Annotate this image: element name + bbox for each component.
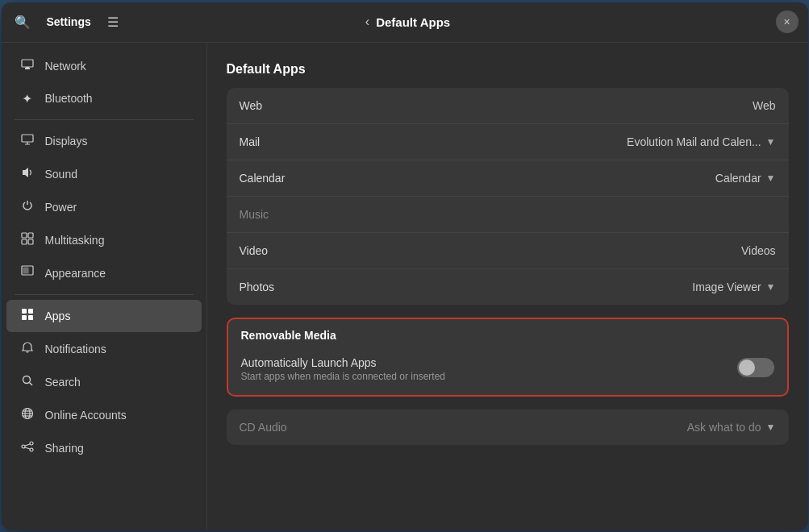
table-row: Web Web (227, 88, 789, 124)
table-row[interactable]: Mail Evolution Mail and Calen... ▼ (227, 124, 789, 160)
content-area: Network ✦ Bluetooth Displays Sound (2, 43, 808, 530)
sidebar-item-sound[interactable]: Sound (6, 158, 202, 190)
sidebar-divider-1 (15, 119, 194, 120)
photos-dropdown-arrow: ▼ (766, 281, 776, 293)
svg-rect-13 (28, 309, 33, 314)
mail-value: Evolution Mail and Calen... ▼ (627, 135, 775, 148)
sidebar-label-sound: Sound (45, 168, 77, 181)
svg-rect-12 (22, 309, 27, 314)
video-label: Video (240, 244, 741, 257)
displays-icon (19, 133, 35, 149)
main-content: Default Apps Web Web Mail Evolution Mail… (207, 43, 808, 530)
sidebar-item-displays[interactable]: Displays (6, 125, 202, 157)
video-value: Videos (741, 244, 776, 257)
sidebar-label-multitasking: Multitasking (45, 234, 105, 247)
svg-point-24 (30, 442, 33, 445)
titlebar-center: ‹ Default Apps (221, 11, 589, 32)
svg-point-23 (22, 445, 25, 448)
svg-rect-15 (28, 315, 33, 320)
svg-point-25 (30, 448, 33, 451)
sidebar-item-bluetooth[interactable]: ✦ Bluetooth (6, 83, 202, 114)
cd-audio-label: CD Audio (240, 421, 687, 434)
sidebar-item-search[interactable]: Search (6, 366, 202, 398)
svg-rect-2 (26, 67, 29, 69)
mail-dropdown-arrow: ▼ (766, 136, 776, 148)
sound-icon (19, 166, 35, 182)
hamburger-button[interactable]: ☰ (104, 11, 122, 33)
power-icon (19, 199, 35, 215)
toggle-row: Automatically Launch Apps Start apps whe… (228, 348, 787, 395)
auto-launch-toggle[interactable] (737, 358, 774, 377)
sidebar-label-network: Network (45, 60, 86, 73)
calendar-label: Calendar (240, 172, 715, 185)
svg-rect-7 (28, 233, 33, 238)
sharing-icon (19, 440, 35, 456)
svg-rect-0 (22, 60, 33, 67)
cd-audio-value: Ask what to do ▼ (687, 421, 776, 434)
search-sidebar-icon (19, 374, 35, 390)
removable-media-card: Removable Media Automatically Launch App… (227, 318, 789, 397)
cd-audio-row[interactable]: CD Audio Ask what to do ▼ (227, 409, 789, 445)
svg-rect-8 (22, 239, 27, 244)
svg-rect-11 (23, 268, 28, 273)
web-label: Web (240, 99, 753, 112)
back-button[interactable]: ‹ (359, 11, 376, 32)
table-row[interactable]: Calendar Calendar ▼ (227, 160, 789, 197)
settings-label: Settings (47, 15, 91, 28)
sidebar-label-search: Search (45, 376, 81, 389)
apps-icon (19, 308, 35, 324)
sidebar-item-power[interactable]: Power (6, 191, 202, 223)
removable-media-title: Removable Media (228, 319, 787, 348)
titlebar-right: × (589, 10, 799, 33)
auto-launch-label: Automatically Launch Apps (241, 356, 728, 369)
titlebar-left: 🔍 Settings ☰ (11, 11, 221, 33)
sidebar-item-multitasking[interactable]: Multitasking (6, 224, 202, 256)
section-title: Default Apps (227, 62, 789, 77)
sidebar-item-sharing[interactable]: Sharing (6, 432, 202, 464)
svg-line-27 (25, 447, 30, 449)
close-button[interactable]: × (776, 10, 799, 33)
svg-point-16 (23, 376, 30, 383)
sidebar-divider-2 (15, 294, 194, 295)
settings-window: 🔍 Settings ☰ ‹ Default Apps × Network ✦ … (2, 2, 808, 530)
calendar-dropdown-arrow: ▼ (766, 172, 776, 184)
sidebar-label-displays: Displays (45, 135, 88, 148)
svg-rect-14 (22, 315, 27, 320)
sidebar-label-power: Power (45, 201, 77, 214)
sidebar-item-notifications[interactable]: Notifications (6, 333, 202, 365)
music-label: Music (240, 208, 776, 221)
network-icon (19, 58, 35, 74)
sidebar-label-apps: Apps (45, 310, 71, 322)
bluetooth-icon: ✦ (19, 91, 35, 106)
svg-line-26 (25, 444, 30, 446)
default-apps-card: Web Web Mail Evolution Mail and Calen...… (227, 88, 789, 305)
window-title: Default Apps (376, 15, 450, 29)
titlebar: 🔍 Settings ☰ ‹ Default Apps × (2, 2, 808, 43)
svg-rect-9 (28, 239, 33, 244)
sidebar-item-appearance[interactable]: Appearance (6, 257, 202, 289)
sidebar-item-network[interactable]: Network (6, 50, 202, 82)
photos-label: Photos (240, 281, 693, 293)
calendar-value: Calendar ▼ (715, 172, 776, 185)
table-row[interactable]: Photos Image Viewer ▼ (227, 269, 789, 305)
appearance-icon (19, 265, 35, 281)
sidebar-label-online-accounts: Online Accounts (45, 409, 127, 422)
notifications-icon (19, 341, 35, 357)
sidebar: Network ✦ Bluetooth Displays Sound (2, 43, 207, 530)
online-accounts-icon (19, 407, 35, 423)
sidebar-item-apps[interactable]: Apps (6, 300, 202, 332)
sidebar-label-sharing: Sharing (45, 442, 84, 455)
mail-label: Mail (240, 135, 628, 148)
search-icon[interactable]: 🔍 (11, 11, 34, 33)
svg-rect-3 (22, 135, 33, 142)
web-value: Web (753, 99, 776, 112)
sidebar-item-online-accounts[interactable]: Online Accounts (6, 399, 202, 431)
auto-launch-sublabel: Start apps when media is connected or in… (241, 371, 728, 382)
table-row: Music (227, 197, 789, 233)
cd-audio-dropdown-arrow: ▼ (766, 422, 776, 433)
svg-rect-6 (22, 233, 27, 238)
toggle-knob (739, 360, 755, 376)
photos-value: Image Viewer ▼ (692, 281, 775, 293)
table-row: Video Videos (227, 233, 789, 269)
sidebar-label-appearance: Appearance (45, 267, 106, 280)
